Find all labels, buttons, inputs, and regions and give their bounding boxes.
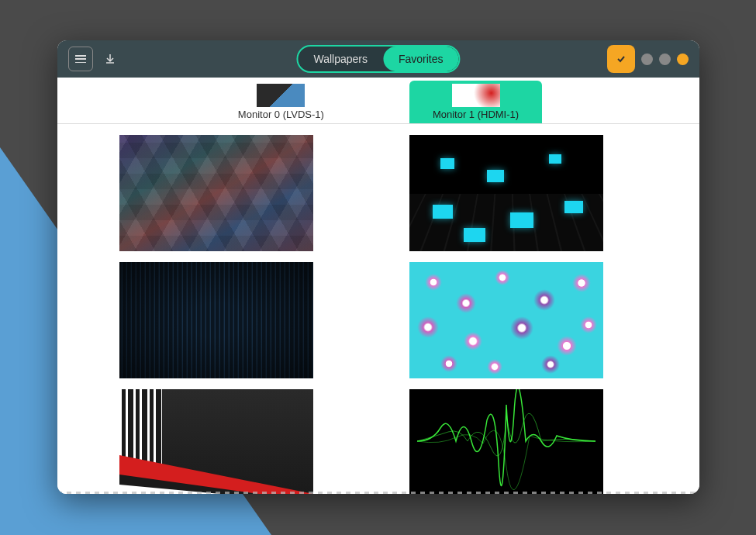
- minimize-button[interactable]: [641, 54, 653, 65]
- monitor-tab-0[interactable]: Monitor 0 (LVDS-1): [215, 81, 347, 123]
- wallpaper-thumbnail[interactable]: [409, 262, 603, 378]
- apply-button[interactable]: [607, 45, 635, 73]
- monitor-tabs: Monitor 0 (LVDS-1) Monitor 1 (HDMI-1): [57, 78, 699, 124]
- soundwave-icon: [409, 389, 603, 494]
- wallpaper-thumbnail[interactable]: [119, 262, 313, 378]
- wallpaper-app-window: Wallpapers Favorites Monitor 0 (LVDS-1) …: [57, 40, 699, 494]
- monitor-1-label: Monitor 1 (HDMI-1): [433, 109, 519, 120]
- monitor-0-preview: [257, 84, 305, 107]
- window-controls: [607, 45, 689, 73]
- download-icon: [104, 53, 116, 65]
- hamburger-icon: [75, 55, 86, 63]
- check-icon: [616, 54, 627, 64]
- close-button[interactable]: [677, 54, 689, 65]
- wallpaper-thumbnail[interactable]: [409, 389, 603, 494]
- wallpaper-thumbnail[interactable]: [119, 389, 313, 494]
- wallpaper-thumbnail[interactable]: [409, 135, 603, 251]
- monitor-1-preview: [452, 84, 500, 107]
- maximize-button[interactable]: [659, 54, 671, 65]
- menu-button[interactable]: [68, 47, 93, 71]
- titlebar: Wallpapers Favorites: [57, 40, 699, 78]
- monitor-tab-1[interactable]: Monitor 1 (HDMI-1): [409, 81, 542, 123]
- monitor-0-label: Monitor 0 (LVDS-1): [238, 109, 324, 120]
- wallpaper-grid: [65, 135, 692, 494]
- download-button[interactable]: [101, 50, 119, 68]
- tab-switcher: Wallpapers Favorites: [296, 45, 460, 73]
- tab-favorites[interactable]: Favorites: [383, 47, 459, 71]
- wallpaper-thumbnail[interactable]: [119, 135, 313, 251]
- tab-wallpapers[interactable]: Wallpapers: [298, 47, 383, 71]
- wallpaper-grid-container: [57, 124, 699, 494]
